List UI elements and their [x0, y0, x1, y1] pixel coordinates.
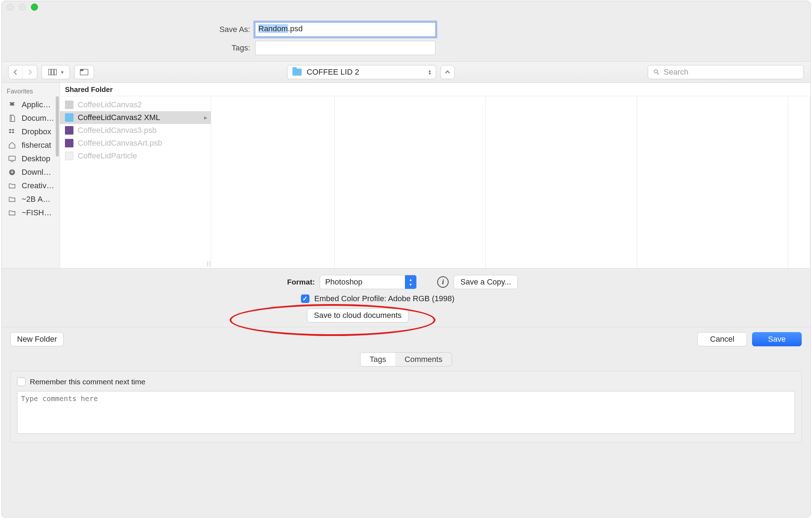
- info-icon[interactable]: i: [437, 276, 449, 288]
- search-placeholder: Search: [664, 67, 688, 77]
- svg-rect-0: [49, 69, 51, 75]
- tab-comments[interactable]: Comments: [395, 353, 451, 366]
- tab-tags[interactable]: Tags: [361, 353, 395, 366]
- home-icon: [7, 141, 17, 150]
- collapse-button[interactable]: [440, 65, 455, 79]
- zoom-traffic-light-icon[interactable]: [31, 4, 38, 11]
- file-row[interactable]: CoffeeLidParticle: [60, 150, 211, 162]
- column-area: Shared Folder CoffeeLidCanvas2 CoffeeLid…: [60, 83, 810, 268]
- group-by-button[interactable]: [74, 65, 94, 79]
- save-as-input[interactable]: Random.psd: [255, 22, 435, 37]
- file-column-4[interactable]: [637, 96, 788, 268]
- dialog-footer: New Folder Cancel Save: [2, 327, 810, 351]
- embed-profile-checkbox[interactable]: ✓: [301, 294, 309, 303]
- comments-pane: Remember this comment next time: [10, 371, 802, 443]
- format-select[interactable]: Photoshop ▴▾: [320, 275, 417, 289]
- psb-file-icon: [65, 139, 73, 147]
- nav-back-forward: [8, 65, 37, 79]
- updown-icon: ▴▾: [405, 275, 416, 289]
- current-folder-select[interactable]: COFFEE LID 2 ▴▾: [287, 65, 436, 79]
- titlebar: [2, 1, 810, 13]
- folder-icon: [7, 182, 17, 190]
- file-row[interactable]: CoffeeLidCanvas3.psb: [60, 124, 211, 137]
- embed-profile-label: Embed Color Profile: Adobe RGB (1998): [314, 294, 455, 303]
- folder-icon: [7, 195, 17, 204]
- chevron-down-icon: ▾: [61, 69, 64, 75]
- sidebar-heading: Favorites: [2, 86, 60, 98]
- file-row[interactable]: CoffeeLidCanvas2 XML ▸: [60, 111, 211, 124]
- remember-comment-checkbox[interactable]: [17, 378, 26, 386]
- column-view: CoffeeLidCanvas2 CoffeeLidCanvas2 XML ▸ …: [60, 96, 810, 268]
- cancel-button[interactable]: Cancel: [697, 332, 747, 346]
- sidebar-item-dropbox[interactable]: Dropbox: [2, 125, 60, 139]
- comments-textarea[interactable]: [17, 391, 795, 434]
- minimize-traffic-light-icon[interactable]: [19, 4, 26, 11]
- save-a-copy-button[interactable]: Save a Copy...: [454, 275, 518, 289]
- current-folder-name: COFFEE LID 2: [307, 67, 424, 77]
- sidebar: Favorites Applicati... Docume... Dropbox…: [2, 83, 60, 268]
- sidebar-item-creative[interactable]: Creative...: [2, 179, 60, 193]
- column-header: Shared Folder: [60, 83, 810, 96]
- tags-input[interactable]: [255, 41, 435, 55]
- tags-comments-tabs: Tags Comments: [360, 352, 452, 367]
- sidebar-item-downloads[interactable]: Downloa...: [2, 166, 60, 179]
- forward-button[interactable]: [23, 65, 37, 79]
- file-browser: Favorites Applicati... Docume... Dropbox…: [2, 83, 810, 269]
- sidebar-item-fisher[interactable]: ~FISHER...: [2, 206, 60, 220]
- save-to-cloud-button[interactable]: Save to cloud documents: [307, 308, 408, 323]
- svg-rect-4: [80, 69, 83, 71]
- close-traffic-light-icon[interactable]: [7, 4, 14, 11]
- sidebar-item-applications[interactable]: Applicati...: [2, 98, 60, 112]
- search-field[interactable]: Search: [648, 65, 804, 79]
- browser-toolbar: ▾ COFFEE LID 2 ▴▾ Search: [2, 61, 810, 83]
- folder-icon: [7, 208, 17, 217]
- view-mode-selector[interactable]: ▾: [42, 65, 70, 79]
- svg-rect-1: [51, 69, 54, 75]
- sidebar-item-2b-ar[interactable]: ~2B AR...: [2, 193, 60, 206]
- chevron-right-icon: ▸: [204, 114, 207, 121]
- sidebar-item-documents[interactable]: Docume...: [2, 112, 60, 125]
- file-column-1[interactable]: [211, 96, 335, 268]
- sidebar-item-desktop[interactable]: Desktop: [2, 152, 60, 166]
- psb-file-icon: [65, 126, 73, 135]
- downloads-icon: [7, 168, 17, 177]
- dropbox-icon: [7, 128, 17, 136]
- file-column-3[interactable]: [486, 96, 637, 268]
- folder-icon: [292, 69, 302, 76]
- format-label: Format:: [287, 278, 315, 286]
- applications-icon: [7, 101, 17, 109]
- remember-comment-label: Remember this comment next time: [30, 378, 146, 386]
- save-options: Format: Photoshop ▴▾ i Save a Copy... ✓ …: [2, 269, 810, 327]
- file-column-2[interactable]: [335, 96, 486, 268]
- desktop-icon: [7, 155, 17, 163]
- tags-label: Tags:: [2, 43, 250, 53]
- save-button[interactable]: Save: [752, 332, 802, 346]
- sidebar-scrollbar[interactable]: [56, 96, 59, 157]
- file-column-0[interactable]: CoffeeLidCanvas2 CoffeeLidCanvas2 XML ▸ …: [60, 96, 211, 268]
- filename-form: Save As: Random.psd Tags:: [2, 13, 810, 61]
- search-icon: [653, 69, 660, 76]
- image-file-icon: [65, 101, 73, 109]
- new-folder-button[interactable]: New Folder: [10, 332, 64, 346]
- sidebar-item-home[interactable]: fishercat: [2, 139, 60, 152]
- folder-icon: [65, 113, 73, 122]
- save-dialog-window: Save As: Random.psd Tags: ▾: [1, 1, 811, 518]
- svg-rect-2: [54, 69, 56, 75]
- updown-icon: ▴▾: [429, 69, 431, 75]
- save-as-label: Save As:: [2, 25, 250, 34]
- file-row[interactable]: CoffeeLidCanvasArt.psb: [60, 137, 211, 150]
- documents-icon: [7, 114, 17, 123]
- doc-file-icon: [65, 152, 73, 160]
- column-resize-handle-icon[interactable]: ||: [207, 260, 211, 267]
- file-row[interactable]: CoffeeLidCanvas2: [60, 98, 211, 111]
- file-column-5[interactable]: [788, 96, 810, 268]
- svg-rect-5: [9, 156, 15, 161]
- back-button[interactable]: [9, 65, 23, 79]
- remember-comment-row: Remember this comment next time: [17, 376, 795, 391]
